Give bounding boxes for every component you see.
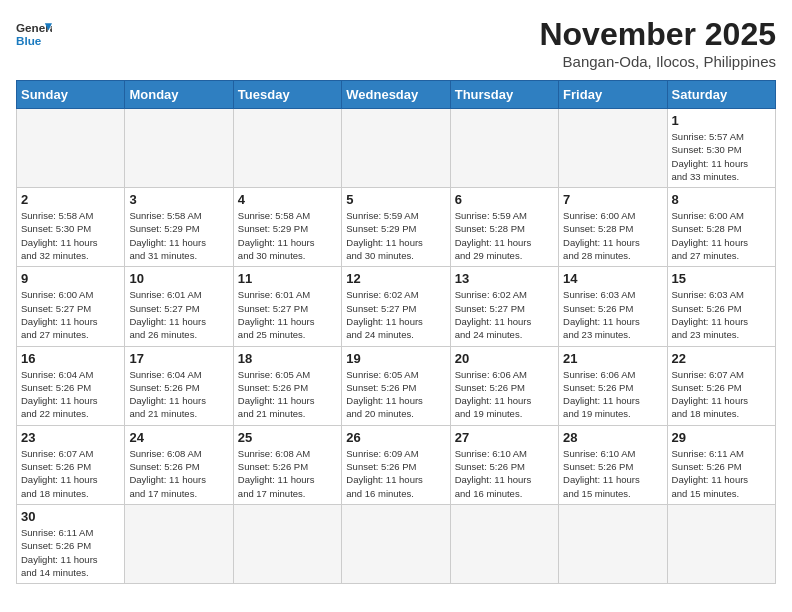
calendar-header-tuesday: Tuesday: [233, 81, 341, 109]
calendar-cell: 20Sunrise: 6:06 AM Sunset: 5:26 PM Dayli…: [450, 346, 558, 425]
day-number: 30: [21, 509, 120, 524]
month-title: November 2025: [539, 16, 776, 53]
day-number: 5: [346, 192, 445, 207]
day-info: Sunrise: 6:02 AM Sunset: 5:27 PM Dayligh…: [455, 288, 554, 341]
day-info: Sunrise: 6:06 AM Sunset: 5:26 PM Dayligh…: [563, 368, 662, 421]
day-number: 6: [455, 192, 554, 207]
calendar-cell: 24Sunrise: 6:08 AM Sunset: 5:26 PM Dayli…: [125, 425, 233, 504]
logo-area: General Blue: [16, 16, 52, 52]
calendar-cell: 4Sunrise: 5:58 AM Sunset: 5:29 PM Daylig…: [233, 188, 341, 267]
day-info: Sunrise: 5:58 AM Sunset: 5:29 PM Dayligh…: [238, 209, 337, 262]
calendar-cell: 25Sunrise: 6:08 AM Sunset: 5:26 PM Dayli…: [233, 425, 341, 504]
calendar-cell: 2Sunrise: 5:58 AM Sunset: 5:30 PM Daylig…: [17, 188, 125, 267]
svg-text:Blue: Blue: [16, 34, 42, 47]
calendar-cell: 30Sunrise: 6:11 AM Sunset: 5:26 PM Dayli…: [17, 504, 125, 583]
calendar-cell: [342, 109, 450, 188]
calendar-cell: [559, 109, 667, 188]
day-number: 13: [455, 271, 554, 286]
calendar-table: SundayMondayTuesdayWednesdayThursdayFrid…: [16, 80, 776, 584]
day-number: 9: [21, 271, 120, 286]
day-number: 7: [563, 192, 662, 207]
calendar-cell: 13Sunrise: 6:02 AM Sunset: 5:27 PM Dayli…: [450, 267, 558, 346]
calendar-cell: 29Sunrise: 6:11 AM Sunset: 5:26 PM Dayli…: [667, 425, 775, 504]
day-info: Sunrise: 6:04 AM Sunset: 5:26 PM Dayligh…: [21, 368, 120, 421]
day-number: 15: [672, 271, 771, 286]
day-info: Sunrise: 6:02 AM Sunset: 5:27 PM Dayligh…: [346, 288, 445, 341]
calendar-week-row: 16Sunrise: 6:04 AM Sunset: 5:26 PM Dayli…: [17, 346, 776, 425]
day-number: 28: [563, 430, 662, 445]
day-number: 27: [455, 430, 554, 445]
calendar-cell: [450, 109, 558, 188]
calendar-cell: 18Sunrise: 6:05 AM Sunset: 5:26 PM Dayli…: [233, 346, 341, 425]
day-info: Sunrise: 6:00 AM Sunset: 5:27 PM Dayligh…: [21, 288, 120, 341]
day-number: 24: [129, 430, 228, 445]
day-number: 20: [455, 351, 554, 366]
day-info: Sunrise: 6:07 AM Sunset: 5:26 PM Dayligh…: [672, 368, 771, 421]
day-number: 29: [672, 430, 771, 445]
day-number: 3: [129, 192, 228, 207]
calendar-week-row: 30Sunrise: 6:11 AM Sunset: 5:26 PM Dayli…: [17, 504, 776, 583]
location-subtitle: Bangan-Oda, Ilocos, Philippines: [539, 53, 776, 70]
calendar-cell: 14Sunrise: 6:03 AM Sunset: 5:26 PM Dayli…: [559, 267, 667, 346]
day-info: Sunrise: 6:03 AM Sunset: 5:26 PM Dayligh…: [563, 288, 662, 341]
day-number: 11: [238, 271, 337, 286]
day-number: 16: [21, 351, 120, 366]
calendar-header-friday: Friday: [559, 81, 667, 109]
calendar-cell: 21Sunrise: 6:06 AM Sunset: 5:26 PM Dayli…: [559, 346, 667, 425]
calendar-cell: [342, 504, 450, 583]
day-info: Sunrise: 5:58 AM Sunset: 5:30 PM Dayligh…: [21, 209, 120, 262]
calendar-cell: 15Sunrise: 6:03 AM Sunset: 5:26 PM Dayli…: [667, 267, 775, 346]
day-number: 18: [238, 351, 337, 366]
calendar-week-row: 2Sunrise: 5:58 AM Sunset: 5:30 PM Daylig…: [17, 188, 776, 267]
day-info: Sunrise: 6:04 AM Sunset: 5:26 PM Dayligh…: [129, 368, 228, 421]
day-number: 17: [129, 351, 228, 366]
day-info: Sunrise: 5:57 AM Sunset: 5:30 PM Dayligh…: [672, 130, 771, 183]
calendar-cell: 5Sunrise: 5:59 AM Sunset: 5:29 PM Daylig…: [342, 188, 450, 267]
calendar-cell: 26Sunrise: 6:09 AM Sunset: 5:26 PM Dayli…: [342, 425, 450, 504]
calendar-cell: 7Sunrise: 6:00 AM Sunset: 5:28 PM Daylig…: [559, 188, 667, 267]
calendar-cell: 8Sunrise: 6:00 AM Sunset: 5:28 PM Daylig…: [667, 188, 775, 267]
calendar-cell: [667, 504, 775, 583]
calendar-header-sunday: Sunday: [17, 81, 125, 109]
calendar-header-wednesday: Wednesday: [342, 81, 450, 109]
day-number: 25: [238, 430, 337, 445]
calendar-cell: 6Sunrise: 5:59 AM Sunset: 5:28 PM Daylig…: [450, 188, 558, 267]
calendar-week-row: 9Sunrise: 6:00 AM Sunset: 5:27 PM Daylig…: [17, 267, 776, 346]
day-info: Sunrise: 6:01 AM Sunset: 5:27 PM Dayligh…: [238, 288, 337, 341]
calendar-cell: [233, 504, 341, 583]
day-number: 19: [346, 351, 445, 366]
day-info: Sunrise: 6:00 AM Sunset: 5:28 PM Dayligh…: [672, 209, 771, 262]
day-info: Sunrise: 6:00 AM Sunset: 5:28 PM Dayligh…: [563, 209, 662, 262]
day-number: 12: [346, 271, 445, 286]
calendar-cell: 22Sunrise: 6:07 AM Sunset: 5:26 PM Dayli…: [667, 346, 775, 425]
title-area: November 2025 Bangan-Oda, Ilocos, Philip…: [539, 16, 776, 70]
calendar-cell: [125, 109, 233, 188]
day-number: 8: [672, 192, 771, 207]
day-info: Sunrise: 6:05 AM Sunset: 5:26 PM Dayligh…: [346, 368, 445, 421]
calendar-cell: 10Sunrise: 6:01 AM Sunset: 5:27 PM Dayli…: [125, 267, 233, 346]
calendar-cell: 19Sunrise: 6:05 AM Sunset: 5:26 PM Dayli…: [342, 346, 450, 425]
calendar-cell: 9Sunrise: 6:00 AM Sunset: 5:27 PM Daylig…: [17, 267, 125, 346]
day-info: Sunrise: 5:58 AM Sunset: 5:29 PM Dayligh…: [129, 209, 228, 262]
calendar-cell: 12Sunrise: 6:02 AM Sunset: 5:27 PM Dayli…: [342, 267, 450, 346]
calendar-cell: 23Sunrise: 6:07 AM Sunset: 5:26 PM Dayli…: [17, 425, 125, 504]
calendar-header-monday: Monday: [125, 81, 233, 109]
day-info: Sunrise: 6:10 AM Sunset: 5:26 PM Dayligh…: [563, 447, 662, 500]
calendar-cell: [559, 504, 667, 583]
day-info: Sunrise: 6:10 AM Sunset: 5:26 PM Dayligh…: [455, 447, 554, 500]
calendar-header-row: SundayMondayTuesdayWednesdayThursdayFrid…: [17, 81, 776, 109]
day-info: Sunrise: 6:08 AM Sunset: 5:26 PM Dayligh…: [238, 447, 337, 500]
day-number: 26: [346, 430, 445, 445]
day-info: Sunrise: 5:59 AM Sunset: 5:29 PM Dayligh…: [346, 209, 445, 262]
day-number: 4: [238, 192, 337, 207]
day-number: 10: [129, 271, 228, 286]
day-info: Sunrise: 6:09 AM Sunset: 5:26 PM Dayligh…: [346, 447, 445, 500]
day-number: 21: [563, 351, 662, 366]
calendar-cell: [233, 109, 341, 188]
day-number: 22: [672, 351, 771, 366]
calendar-week-row: 23Sunrise: 6:07 AM Sunset: 5:26 PM Dayli…: [17, 425, 776, 504]
calendar-header-saturday: Saturday: [667, 81, 775, 109]
svg-text:General: General: [16, 21, 52, 34]
day-number: 14: [563, 271, 662, 286]
calendar-header-thursday: Thursday: [450, 81, 558, 109]
